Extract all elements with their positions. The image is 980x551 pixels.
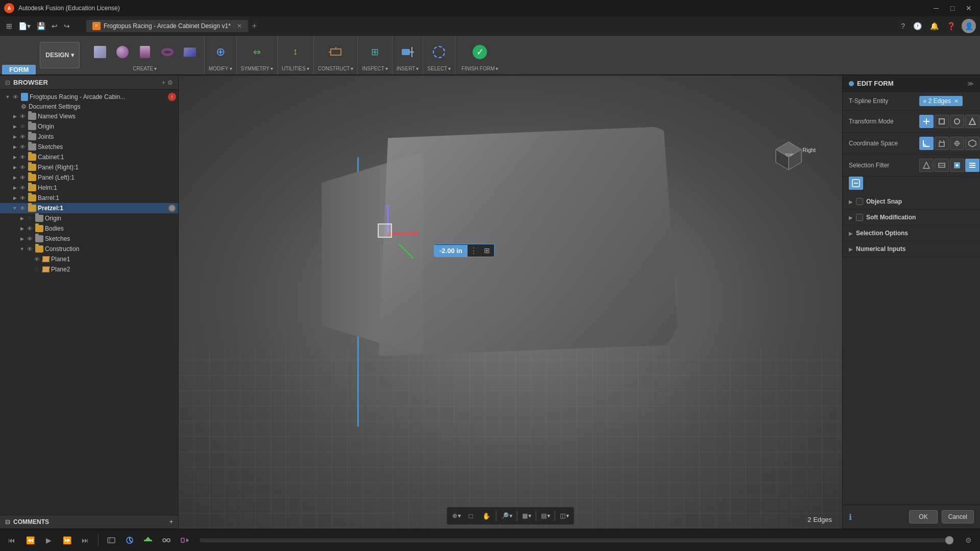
tree-eye-cabinet[interactable]: 👁	[18, 153, 27, 161]
tree-arrow-construction[interactable]	[18, 245, 26, 253]
value-expand-icon[interactable]: ⊞	[480, 244, 494, 257]
tree-arrow-origin[interactable]	[11, 123, 18, 130]
tree-item-doc-settings[interactable]: ⚙ Document Settings	[0, 102, 178, 111]
tree-arrow-sketches[interactable]	[11, 143, 18, 151]
tree-arrow-sketches-child[interactable]	[18, 235, 26, 242]
utilities-button[interactable]: ↕	[285, 41, 306, 63]
new-tab-button[interactable]: +	[252, 21, 257, 31]
sel-filter-btn-3[interactable]	[950, 159, 964, 172]
sel-filter-btn-1[interactable]	[919, 159, 934, 172]
tree-eye-root[interactable]: 👁	[11, 93, 19, 101]
tree-eye-named-views[interactable]: 👁	[18, 112, 27, 120]
create-sphere-button[interactable]	[112, 41, 133, 63]
tree-eye-origin-child[interactable]: 👁	[26, 214, 34, 222]
insert-label[interactable]: INSERT▾	[397, 66, 419, 72]
ok-button[interactable]: OK	[909, 510, 937, 523]
tree-item-plane1[interactable]: 👁 Plane1	[0, 254, 178, 264]
transform-gizmo[interactable]	[362, 208, 413, 259]
insert-button[interactable]	[398, 41, 418, 63]
view-orient-dropdown[interactable]: ⊕▾	[450, 511, 463, 520]
create-label[interactable]: CREATE▾	[133, 66, 157, 72]
tree-item-barrel[interactable]: 👁 Barrel:1	[0, 193, 178, 203]
construct-label[interactable]: CONSTRUCT▾	[318, 66, 354, 72]
utilities-label[interactable]: UTILITIES▾	[282, 66, 309, 72]
gizmo-forward-arrow[interactable]	[399, 243, 414, 259]
sel-filter-btn-4[interactable]	[965, 159, 979, 172]
tree-arrow-joints[interactable]	[11, 133, 18, 140]
inspect-button[interactable]: ⊞	[365, 41, 385, 63]
coord-space-btn-4[interactable]	[965, 137, 979, 150]
tree-item-sketches-child[interactable]: 👁 Sketches	[0, 234, 178, 244]
help-icon[interactable]: ?	[899, 21, 907, 31]
soft-modification-header[interactable]: ▶ Soft Modification	[849, 214, 974, 221]
play-start-button[interactable]: ⏮	[4, 533, 19, 548]
select-button[interactable]	[429, 41, 449, 63]
tree-item-panel-right[interactable]: 👁 Panel (Right):1	[0, 162, 178, 172]
help2-icon[interactable]: ❓	[945, 21, 958, 31]
tree-item-panel-left[interactable]: 👁 Panel (Left):1	[0, 172, 178, 183]
edit-form-expand-icon[interactable]: ≫	[967, 80, 974, 87]
tree-arrow-panel-left[interactable]	[11, 174, 18, 181]
value-input-box[interactable]: -2.00 in ⋮ ⊞	[434, 244, 495, 257]
timeline-btn-2[interactable]	[122, 533, 137, 548]
close-button[interactable]: ✕	[962, 3, 976, 13]
view-options-dropdown[interactable]: ▤▾	[539, 511, 552, 520]
timeline-bar[interactable]	[200, 538, 953, 542]
viewport[interactable]: -2.00 in ⋮ ⊞ TOP Right	[179, 76, 842, 529]
comments-expand-icon[interactable]: ⊟	[5, 518, 10, 525]
tree-eye-helm[interactable]: 👁	[18, 184, 27, 192]
value-separator[interactable]: ⋮	[468, 246, 480, 256]
transform-mode-btn-1[interactable]	[919, 115, 934, 128]
select-label[interactable]: SELECT▾	[427, 66, 451, 72]
value-display[interactable]: -2.00 in	[434, 245, 468, 257]
tree-item-helm[interactable]: 👁 Helm:1	[0, 183, 178, 193]
modify-button[interactable]: ⊕	[210, 41, 231, 63]
play-next-button[interactable]: ⏩	[59, 533, 75, 548]
finish-form-label[interactable]: FINISH FORM▾	[461, 66, 498, 72]
pan-button[interactable]: ✋	[479, 509, 494, 523]
selection-options-header[interactable]: ▶ Selection Options	[849, 230, 974, 237]
view-cube[interactable]: TOP Right	[771, 137, 812, 178]
layout-dropdown[interactable]: ◫▾	[558, 511, 571, 520]
tree-arrow-pretzel[interactable]	[11, 205, 18, 212]
tree-arrow-root[interactable]	[4, 93, 11, 101]
tree-arrow-named-views[interactable]	[11, 113, 18, 120]
design-dropdown[interactable]: DESIGN ▾	[40, 42, 79, 68]
save-icon[interactable]: 💾	[35, 21, 47, 31]
minimize-button[interactable]: ─	[929, 3, 943, 13]
tree-arrow-bodies[interactable]	[18, 225, 26, 232]
tree-item-cabinet[interactable]: 👁 Cabinet:1	[0, 152, 178, 162]
create-cylinder-button[interactable]	[135, 41, 155, 63]
settings-button[interactable]: ⚙	[961, 533, 976, 548]
timeline-btn-4[interactable]	[159, 533, 174, 548]
gizmo-center-box[interactable]	[378, 223, 392, 238]
grid-toggle-button[interactable]: □	[464, 509, 478, 523]
transform-mode-btn-2[interactable]	[935, 115, 949, 128]
numerical-inputs-header[interactable]: ▶ Numerical Inputs	[849, 245, 974, 253]
tree-eye-pretzel[interactable]: 👁	[18, 204, 27, 212]
user-avatar[interactable]: 👤	[962, 19, 976, 33]
timeline-thumb[interactable]	[945, 536, 953, 544]
redo-icon[interactable]: ↪	[62, 21, 72, 31]
chip-remove-icon[interactable]: ✕	[954, 98, 959, 105]
comments-add-icon[interactable]: +	[169, 518, 173, 525]
timeline-btn-5[interactable]	[177, 533, 192, 548]
tree-eye-plane2[interactable]: 👁	[33, 265, 41, 273]
tree-item-pretzel[interactable]: 👁 Pretzel:1	[0, 203, 178, 213]
soft-mod-checkbox[interactable]	[856, 214, 863, 221]
play-end-button[interactable]: ⏭	[78, 533, 93, 548]
file-menu-icon[interactable]: 📄▾	[16, 21, 33, 31]
coord-space-btn-2[interactable]	[935, 137, 949, 150]
finish-form-button[interactable]: ✓	[459, 41, 500, 63]
tree-item-sketches[interactable]: 👁 Sketches	[0, 142, 178, 152]
bell-icon[interactable]: 🔔	[928, 21, 941, 31]
sel-filter-btn-2[interactable]	[935, 159, 949, 172]
tree-eye-sketches-child[interactable]: 👁	[26, 235, 34, 243]
tree-arrow-cabinet[interactable]	[11, 154, 18, 161]
extra-filter-btn[interactable]	[849, 177, 863, 190]
file-tab-close[interactable]: ✕	[237, 22, 242, 30]
tree-eye-construction[interactable]: 👁	[26, 245, 34, 253]
play-button[interactable]: ▶	[41, 533, 56, 548]
tree-eye-panel-right[interactable]: 👁	[18, 163, 27, 171]
timeline-btn-1[interactable]	[104, 533, 119, 548]
